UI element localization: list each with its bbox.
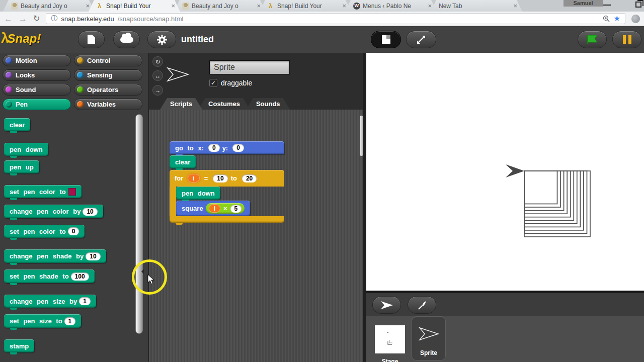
palette-scrollbar[interactable]: [135, 114, 143, 334]
bookmark-star-icon[interactable]: ★: [614, 14, 620, 23]
tab-costumes[interactable]: Costumes: [198, 98, 250, 110]
block-label: stamp: [10, 342, 29, 350]
square-block[interactable]: square i × 5: [176, 201, 250, 216]
palette-block[interactable]: set pen shade to100: [4, 269, 95, 283]
palette-block[interactable]: set pen color to: [4, 185, 82, 198]
block-label: pen up: [10, 163, 34, 171]
browser-tab[interactable]: New Tab×: [431, 0, 522, 12]
factor-input[interactable]: 5: [230, 205, 242, 213]
browser-tab[interactable]: Beauty and Joy o×: [3, 0, 95, 12]
category-label: Motion: [16, 57, 37, 64]
browser-tabs: Beauty and Joy o×Snap! Build Your×Beauty…: [3, 0, 522, 12]
settings-menu-button[interactable]: [147, 31, 176, 48]
palette-block[interactable]: set pen color to0: [4, 225, 85, 238]
url-bar[interactable]: ⓘ snap.berkeley.edu/snapsource/snap.html…: [46, 13, 625, 24]
variable-i[interactable]: i: [209, 204, 220, 213]
browser-tab[interactable]: Beauty and Joy o×: [174, 0, 266, 12]
palette-block[interactable]: change pen shade by10: [4, 249, 106, 263]
category-button-control[interactable]: Control: [74, 55, 142, 66]
for-to-input[interactable]: 20: [242, 174, 257, 183]
tab-close-icon[interactable]: ×: [513, 3, 517, 9]
window-restore-button[interactable]: [635, 2, 641, 8]
pen-color-swatch[interactable]: [68, 188, 76, 196]
category-button-pen[interactable]: Pen: [3, 99, 71, 110]
category-color-dot: [77, 101, 84, 108]
pen-down-block[interactable]: pen down: [176, 187, 220, 200]
reload-button[interactable]: ↻: [33, 15, 40, 23]
for-block[interactable]: for i = 10 to 20 pen down square: [170, 170, 284, 223]
sprite-tile[interactable]: Sprite: [412, 316, 446, 360]
palette-block[interactable]: pen up: [4, 160, 39, 173]
block-number-input[interactable]: 10: [86, 252, 100, 260]
block-number-input[interactable]: 1: [79, 297, 91, 305]
for-from-input[interactable]: 10: [213, 174, 227, 183]
for-block-arm: [170, 187, 176, 216]
category-button-sensing[interactable]: Sensing: [74, 69, 142, 81]
go-to-y-input[interactable]: 0: [232, 144, 244, 152]
back-button[interactable]: ←: [4, 15, 13, 23]
stage-thumbnail[interactable]: [375, 325, 405, 353]
block-number-input[interactable]: 100: [71, 273, 89, 281]
stage[interactable]: [366, 53, 644, 291]
forward-button[interactable]: →: [19, 15, 27, 23]
block-number-input[interactable]: 10: [83, 208, 97, 216]
palette-block[interactable]: set pen size to1: [4, 314, 81, 328]
rotate-none-button[interactable]: →: [152, 85, 163, 96]
multiply-reporter[interactable]: i × 5: [206, 203, 245, 214]
sprite-name-field[interactable]: Sprite: [209, 60, 290, 74]
browser-tab[interactable]: Snap! Build Your×: [89, 0, 180, 12]
for-block-header[interactable]: for i = 10 to 20: [170, 170, 284, 187]
tab-close-icon[interactable]: ×: [171, 3, 175, 9]
paint-sprite-button[interactable]: [408, 296, 436, 314]
palette-block[interactable]: change pen color by10: [4, 205, 103, 218]
scripts-area[interactable]: go to x: 0 y: 0 clear for i = 10 to 20: [149, 110, 363, 362]
palette-block[interactable]: stamp: [4, 339, 34, 352]
page-info-icon[interactable]: ⓘ: [51, 14, 57, 23]
browser-tab[interactable]: Snap! Build Your×: [260, 0, 351, 12]
category-button-variables[interactable]: Variables: [74, 99, 142, 110]
tab-sounds[interactable]: Sounds: [246, 98, 290, 110]
zoom-page-icon[interactable]: [603, 15, 610, 23]
tab-close-icon[interactable]: ×: [86, 3, 90, 9]
square-label: square: [182, 205, 203, 212]
tab-scripts[interactable]: Scripts: [160, 98, 202, 110]
file-menu-button[interactable]: [78, 31, 105, 48]
rotate-free-button[interactable]: ↻: [152, 56, 163, 67]
category-button-operators[interactable]: Operators: [74, 84, 142, 96]
clear-block[interactable]: clear: [170, 155, 196, 168]
scripts-scrollbar[interactable]: [360, 116, 363, 156]
browser-profile-chip[interactable]: Samuel: [564, 0, 603, 7]
snap-logo[interactable]: λSnap!: [1, 30, 41, 46]
category-button-motion[interactable]: Motion: [3, 55, 71, 66]
tab-close-icon[interactable]: ×: [257, 3, 261, 9]
category-color-dot: [6, 57, 12, 64]
stage-size-toggle-button[interactable]: [371, 31, 401, 48]
cloud-menu-button[interactable]: [113, 31, 140, 48]
extension-icon[interactable]: [631, 15, 640, 23]
draggable-checkbox[interactable]: ✓: [209, 79, 217, 87]
green-flag-button[interactable]: [578, 31, 607, 48]
category-button-sound[interactable]: Sound: [3, 84, 71, 96]
block-number-input[interactable]: 0: [68, 227, 79, 235]
palette-block[interactable]: change pen size by1: [4, 295, 96, 308]
browser-tab[interactable]: Menus ‹ Pablo Ne×: [345, 0, 437, 12]
new-sprite-button[interactable]: [372, 296, 401, 314]
tab-title: Snap! Build Your: [106, 3, 169, 10]
window-minimize-button[interactable]: [603, 5, 611, 6]
stage-expand-button[interactable]: [406, 31, 436, 48]
snap-toolbar: λSnap! untitled: [0, 26, 644, 53]
go-to-block[interactable]: go to x: 0 y: 0: [170, 141, 284, 154]
palette-block[interactable]: pen down: [4, 143, 48, 156]
block-number-input[interactable]: 1: [64, 317, 76, 325]
pause-button[interactable]: [612, 31, 641, 48]
go-to-x-input[interactable]: 0: [208, 144, 220, 152]
scripts-pane: ↻ ↔ → Sprite ✓ draggable ScriptsCostumes…: [148, 53, 363, 362]
for-loop-variable[interactable]: i: [186, 173, 201, 184]
tab-close-icon[interactable]: ×: [342, 3, 346, 9]
palette-block[interactable]: clear: [4, 118, 30, 131]
rotate-leftright-button[interactable]: ↔: [152, 70, 163, 81]
category-button-looks[interactable]: Looks: [3, 69, 71, 81]
tab-close-icon[interactable]: ×: [428, 3, 432, 9]
sprite-on-stage[interactable]: [506, 164, 524, 177]
stage-drawing: [366, 53, 644, 291]
